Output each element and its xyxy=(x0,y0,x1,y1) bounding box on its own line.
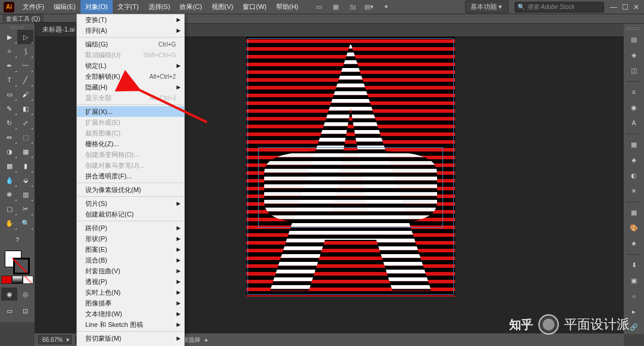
none-swatch[interactable] xyxy=(23,276,33,284)
graphic-styles-panel-icon[interactable]: ☀ xyxy=(626,184,642,198)
menu-item[interactable]: 编组(G)Ctrl+G xyxy=(77,39,184,50)
menu-效果[interactable]: 效果(C) xyxy=(175,0,206,14)
artboard-tool[interactable]: ▢ xyxy=(1,202,17,216)
menu-窗口[interactable]: 窗口(W) xyxy=(238,0,271,14)
scale-tool[interactable]: ⤢ xyxy=(17,116,33,130)
blend-tool[interactable]: ⬙ xyxy=(17,173,33,187)
draw-behind-mode[interactable]: ◎ xyxy=(17,288,33,301)
help-button[interactable]: ? xyxy=(1,233,33,247)
menu-item[interactable]: 排列(A)▶ xyxy=(77,25,184,36)
gradient-tool[interactable]: ▮ xyxy=(17,159,33,173)
menu-item[interactable]: 路径(P)▶ xyxy=(77,223,184,233)
menu-item[interactable]: 图像描摹▶ xyxy=(77,298,184,308)
symbol-sprayer-tool[interactable]: ❋ xyxy=(1,187,17,202)
menu-item[interactable]: 形状(P)▶ xyxy=(77,233,184,244)
column-graph-tool[interactable]: ▥ xyxy=(17,187,33,202)
menu-item[interactable]: 复合路径(O)▶ xyxy=(77,344,184,346)
pen-tool[interactable]: ✒ xyxy=(1,58,17,73)
menu-item[interactable]: 混合(B)▶ xyxy=(77,255,184,265)
menu-item[interactable]: 切片(S)▶ xyxy=(77,198,184,209)
menu-item[interactable]: Line 和 Sketch 图稿▶ xyxy=(77,319,184,330)
layers-panel-icon[interactable]: ◈ xyxy=(626,48,642,62)
zoom-tool[interactable]: 🔍 xyxy=(17,216,33,230)
width-tool[interactable]: ⇔ xyxy=(1,130,17,144)
workspace-icon[interactable]: ▤▾ xyxy=(365,3,373,11)
menu-item[interactable]: 文本绕排(W)▶ xyxy=(77,308,184,319)
panel-handle[interactable] xyxy=(624,26,644,31)
properties-panel-icon[interactable]: ▤ xyxy=(626,33,642,47)
paintbrush-tool[interactable]: 🖌 xyxy=(17,87,33,101)
artboards-panel-icon[interactable]: ▣ xyxy=(626,274,642,288)
workspace-switcher[interactable]: 基本功能 ▾ xyxy=(465,1,509,13)
rotate-tool[interactable]: ↻ xyxy=(1,116,17,130)
transform-panel-icon[interactable]: ♣ xyxy=(626,153,642,167)
menu-视图[interactable]: 视图(V) xyxy=(207,0,239,14)
doc-setup-icon[interactable]: ▭ xyxy=(315,3,323,11)
css-panel-icon[interactable]: ⟐ xyxy=(626,289,642,303)
type-panel-icon[interactable]: A xyxy=(626,116,642,130)
arrange-icon[interactable]: ▦ xyxy=(332,3,340,11)
menu-对象[interactable]: 对象(O) xyxy=(80,0,113,14)
menu-item[interactable]: 封套扭曲(V)▶ xyxy=(77,265,184,276)
menu-item[interactable]: 锁定(L)▶ xyxy=(77,60,184,71)
menu-item[interactable]: 透视(P)▶ xyxy=(77,276,184,287)
zoom-field[interactable]: 66.67% ▾ xyxy=(38,335,72,344)
menu-item[interactable]: 剪切蒙版(M)▶ xyxy=(77,333,184,344)
status-mode-chevron[interactable]: ▸ xyxy=(205,336,208,343)
maximize-button[interactable]: ☐ xyxy=(622,3,628,11)
menu-item[interactable]: 变换(T)▶ xyxy=(77,14,184,25)
brushes-panel-icon[interactable]: 🎨 xyxy=(626,221,642,235)
color-panel-icon[interactable]: ◉ xyxy=(626,101,642,115)
fill-stroke-swatch[interactable] xyxy=(1,249,33,276)
menu-item[interactable]: 全部解锁(K)Alt+Ctrl+2 xyxy=(77,71,184,82)
close-button[interactable]: ✕ xyxy=(633,3,639,11)
menu-文件[interactable]: 文件(F) xyxy=(18,0,49,14)
free-transform-tool[interactable]: ⬚ xyxy=(17,130,33,144)
menu-编辑[interactable]: 编辑(E) xyxy=(49,0,80,14)
menu-item[interactable]: 拼合透明度(F)... xyxy=(77,171,184,181)
search-input[interactable]: 🔍 搜索 Adobe Stock xyxy=(515,2,604,13)
change-screen-mode[interactable]: ⊡ xyxy=(17,304,33,317)
appearance-panel-icon[interactable]: ◐ xyxy=(626,169,642,183)
curvature-tool[interactable]: 〰 xyxy=(17,58,33,73)
lasso-tool[interactable]: ⟆ xyxy=(17,44,33,58)
menu-item[interactable]: 创建裁切标记(C) xyxy=(77,209,184,220)
selection-tool[interactable]: ▶ xyxy=(1,30,17,44)
libraries-panel-icon[interactable]: ◫ xyxy=(626,64,642,78)
perspective-grid-tool[interactable]: ▦ xyxy=(17,144,33,159)
swatches-panel-icon[interactable]: ▦ xyxy=(626,206,642,220)
align-panel-icon[interactable]: ▦ xyxy=(626,138,642,152)
line-tool[interactable]: ╱ xyxy=(17,73,33,87)
view-icon[interactable]: St xyxy=(348,3,357,11)
menu-item[interactable]: 隐藏(H)▶ xyxy=(77,82,184,92)
gpu-icon[interactable]: ✦ xyxy=(382,3,390,11)
eraser-tool[interactable]: ◧ xyxy=(17,101,33,116)
magic-wand-tool[interactable]: ✧ xyxy=(1,44,17,58)
eyedropper-tool[interactable]: 💧 xyxy=(1,173,17,187)
menu-item[interactable]: 实时上色(N)▶ xyxy=(77,287,184,298)
panel-handle[interactable] xyxy=(1,25,33,30)
menu-item[interactable]: 栅格化(Z)... xyxy=(77,138,184,149)
type-tool[interactable]: T xyxy=(1,73,17,87)
menu-帮助[interactable]: 帮助(H) xyxy=(271,0,303,14)
menu-选择[interactable]: 选择(S) xyxy=(144,0,175,14)
slice-tool[interactable]: ✂ xyxy=(17,202,33,216)
asset-export-panel-icon[interactable]: ⬇ xyxy=(626,258,642,272)
menu-item[interactable]: 设为像素级优化(M) xyxy=(77,184,184,195)
hand-tool[interactable]: ✋ xyxy=(1,216,17,230)
symbols-panel-icon[interactable]: ★ xyxy=(626,237,642,251)
color-swatch-red[interactable] xyxy=(1,276,12,284)
menu-item[interactable]: 图案(E)▶ xyxy=(77,244,184,255)
minimize-button[interactable]: — xyxy=(610,3,617,11)
mesh-tool[interactable]: ▩ xyxy=(1,159,17,173)
rectangle-tool[interactable]: ▭ xyxy=(1,87,17,101)
gradient-swatch[interactable] xyxy=(12,276,23,284)
menu-item[interactable]: 扩展(X)... xyxy=(77,106,184,117)
shape-builder-tool[interactable]: ◑ xyxy=(1,144,17,159)
draw-normal-mode[interactable]: ◉ xyxy=(1,288,17,301)
direct-selection-tool[interactable]: ▷ xyxy=(17,30,33,44)
screen-mode[interactable]: ▭ xyxy=(1,304,17,317)
stroke-panel-icon[interactable]: ≡ xyxy=(626,85,642,99)
menu-文字[interactable]: 文字(T) xyxy=(113,0,144,14)
artboard[interactable] xyxy=(246,37,455,296)
